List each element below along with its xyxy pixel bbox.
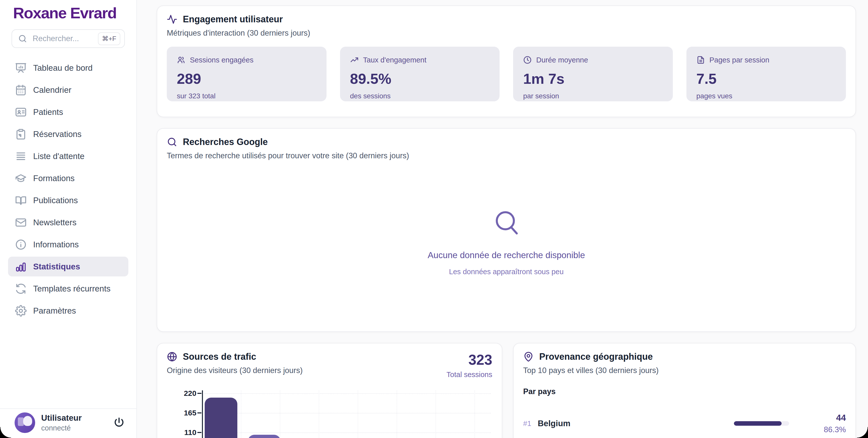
- country-percent: 86.3%: [789, 425, 846, 434]
- bar-chart-icon: [15, 261, 27, 272]
- map-pin-icon: [523, 351, 534, 362]
- sidebar-item-label: Tableau de bord: [33, 63, 93, 73]
- geo-card: Provenance géographique Top 10 pays et v…: [513, 343, 856, 438]
- sidebar-item-liste-attente[interactable]: Liste d'attente: [8, 146, 128, 166]
- screen-corner-bottom-left: [0, 427, 11, 438]
- sidebar-item-label: Patients: [33, 107, 63, 117]
- sidebar-item-label: Newsletters: [33, 218, 76, 227]
- user-status: connecté: [41, 425, 82, 432]
- sidebar-item-formations[interactable]: Formations: [8, 168, 128, 188]
- sidebar-item-newsletters[interactable]: Newsletters: [8, 212, 128, 232]
- activity-icon: [167, 14, 177, 25]
- bottom-row: Sources de trafic Origine des visiteurs …: [157, 343, 856, 438]
- country-progress-fill: [734, 421, 782, 426]
- engagement-subtitle: Métriques d'interaction (30 derniers jou…: [167, 29, 846, 38]
- search-box[interactable]: ⌘+F: [11, 29, 125, 48]
- logout-button[interactable]: [113, 417, 125, 429]
- clock-icon: [523, 56, 532, 64]
- sidebar-item-parametres[interactable]: Paramètres: [8, 301, 128, 321]
- search-icon: [18, 34, 27, 43]
- sidebar-item-templates-recurrents[interactable]: Templates récurrents: [8, 279, 128, 299]
- id-card-icon: [15, 106, 27, 118]
- app-logo: Roxane Evrard: [13, 4, 136, 22]
- metric-label: Durée moyenne: [536, 56, 588, 64]
- metric-duree-moyenne: Durée moyenne 1m 7s par session: [513, 47, 673, 101]
- user-box: Utilisateur connecté: [0, 408, 136, 438]
- sidebar-item-calendrier[interactable]: Calendrier: [8, 80, 128, 100]
- sidebar-nav: Tableau de bord Calendrier Patients Rése…: [0, 58, 136, 321]
- metric-sub: par session: [523, 92, 663, 100]
- main-content: Engagement utilisateur Métriques d'inter…: [137, 0, 868, 438]
- clipboard-icon: [15, 129, 27, 140]
- sidebar-item-label: Templates récurrents: [33, 284, 111, 294]
- empty-state: Aucune donnée de recherche disponible Le…: [167, 208, 846, 276]
- file-text-icon: [696, 56, 705, 64]
- geo-section-par-pays: Par pays: [523, 387, 846, 396]
- geo-subtitle: Top 10 pays et villes (30 derniers jours…: [523, 366, 846, 375]
- traffic-total-label: Total sessions: [446, 371, 492, 379]
- metric-grid: Sessions engagées 289 sur 323 total Taux…: [167, 47, 846, 101]
- dashboard-icon: [15, 62, 27, 74]
- traffic-subtitle: Origine des visiteurs (30 derniers jours…: [167, 366, 303, 375]
- sidebar-item-label: Réservations: [33, 129, 82, 139]
- sidebar-item-label: Publications: [33, 196, 78, 205]
- trending-up-icon: [350, 56, 359, 64]
- metric-value: 7.5: [696, 70, 836, 87]
- power-icon: [113, 417, 125, 429]
- sidebar-item-informations[interactable]: Informations: [8, 235, 128, 255]
- country-value: 44: [789, 413, 846, 423]
- gear-icon: [15, 305, 27, 316]
- geo-title: Provenance géographique: [539, 351, 653, 362]
- country-progress-track: [734, 421, 789, 426]
- graduation-cap-icon: [15, 173, 27, 184]
- traffic-total: 323: [446, 351, 492, 368]
- metric-label: Sessions engagées: [190, 56, 253, 64]
- country-rank: #1: [523, 419, 538, 428]
- user-name: Utilisateur: [41, 414, 82, 422]
- traffic-bar-chart: 220 165 110: [167, 389, 492, 438]
- sidebar-item-label: Statistiques: [33, 262, 80, 271]
- engagement-title: Engagement utilisateur: [183, 14, 283, 25]
- book-open-icon: [15, 195, 27, 206]
- sidebar-item-patients[interactable]: Patients: [8, 102, 128, 122]
- traffic-bars: [167, 389, 492, 438]
- empty-state-title: Aucune donnée de recherche disponible: [428, 250, 585, 260]
- sidebar-item-label: Liste d'attente: [33, 151, 84, 161]
- sidebar-item-reservations[interactable]: Réservations: [8, 124, 128, 144]
- sidebar: Roxane Evrard ⌘+F Tableau de bord Calend…: [0, 0, 137, 438]
- search-empty-icon: [491, 208, 521, 238]
- metric-value: 89.5%: [350, 70, 490, 87]
- traffic-card: Sources de trafic Origine des visiteurs …: [157, 343, 502, 438]
- engagement-card: Engagement utilisateur Métriques d'inter…: [157, 5, 856, 117]
- metric-sub: des sessions: [350, 92, 490, 100]
- metric-sessions-engagees: Sessions engagées 289 sur 323 total: [167, 47, 327, 101]
- avatar: [14, 412, 35, 433]
- traffic-title: Sources de trafic: [183, 351, 256, 362]
- country-row: #1 Belgium 44 86.3%: [523, 413, 846, 434]
- sidebar-item-tableau-de-bord[interactable]: Tableau de bord: [8, 58, 128, 78]
- search-icon: [167, 137, 177, 147]
- metric-label: Pages par session: [710, 56, 770, 64]
- info-icon: [15, 239, 27, 250]
- screen-corner-bottom-right: [857, 427, 868, 438]
- google-search-title: Recherches Google: [183, 137, 268, 147]
- country-name: Belgium: [538, 419, 570, 428]
- search-input[interactable]: [32, 34, 98, 43]
- list-icon: [15, 150, 27, 162]
- globe-icon: [167, 351, 177, 362]
- sidebar-item-label: Paramètres: [33, 306, 76, 315]
- metric-taux-engagement: Taux d'engagement 89.5% des sessions: [340, 47, 500, 101]
- metric-value: 1m 7s: [523, 70, 663, 87]
- sidebar-item-label: Formations: [33, 174, 74, 183]
- refresh-icon: [15, 283, 27, 295]
- mail-icon: [15, 217, 27, 228]
- google-search-card: Recherches Google Termes de recherche ut…: [157, 128, 856, 332]
- users-icon: [177, 56, 185, 64]
- empty-state-subtitle: Les données apparaîtront sous peu: [449, 268, 564, 276]
- metric-sub: pages vues: [696, 92, 836, 100]
- sidebar-item-statistiques[interactable]: Statistiques: [8, 257, 128, 276]
- sidebar-item-publications[interactable]: Publications: [8, 191, 128, 210]
- metric-sub: sur 323 total: [177, 92, 316, 100]
- calendar-icon: [15, 84, 27, 96]
- metric-value: 289: [177, 70, 316, 87]
